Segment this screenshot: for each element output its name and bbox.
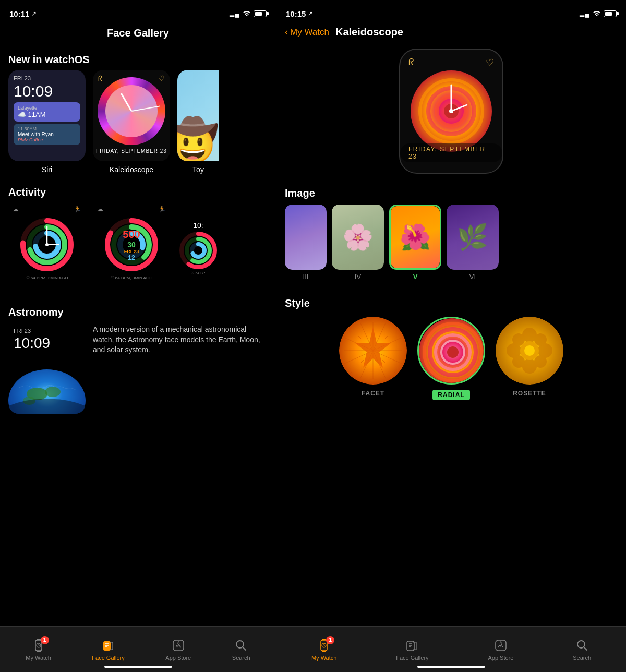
watch-preview: ᖇ ♡ [399,49,503,174]
svg-rect-26 [37,639,41,640]
activity2-face: ☁ 🏃 500 30 [93,202,170,294]
tab-app-store-label-right: App Store [488,655,513,661]
svg-point-73 [524,345,535,356]
style-row: FACET [276,317,626,400]
activity2-num30: 30 [127,241,136,249]
activity1-card[interactable]: ☁ 🏃 [8,202,86,294]
toy-face: 🤠 [177,70,219,161]
activity2-fri: FRI [124,249,132,254]
image-thumb-IV: 🌸 [332,205,384,270]
svg-point-62 [447,346,459,358]
kaleidoscope-watch-card[interactable]: ᖇ ♡ FRIDAY, SEPTEMBER 23 Kaleidoscope [93,70,170,174]
toy-watch-card[interactable]: 🤠 Toy [177,70,219,174]
siri-face: FRI 23 10:09 Lafayette ☁️ 11AM 11:30AM M… [8,70,86,161]
tab-face-gallery-label-left: Face Gallery [92,655,124,661]
style-option-radial[interactable]: RADIAL [417,317,485,400]
preview-date: FRIDAY, SEPTEMBER 23 [400,143,502,162]
tab-search-label-right: Search [573,655,591,661]
activity1-face: ☁ 🏃 [8,202,86,294]
tab-my-watch-badge-left: 1 [41,636,49,644]
image-section-title: Image [276,184,626,205]
tab-my-watch-left[interactable]: 1 My Watch [19,635,57,664]
style-circle-facet [339,317,407,385]
tab-app-store-right[interactable]: A App Store [481,635,520,664]
image-option-IV[interactable]: 🌸 IV [332,205,384,281]
siri-widget2: 11:30AM Meet with Ryan Philz Coffee [14,124,80,145]
siri-location: Lafayette [18,105,76,111]
siri-watch-card[interactable]: FRI 23 10:09 Lafayette ☁️ 11AM 11:30AM M… [8,70,86,174]
battery-icon [254,10,267,17]
siri-event-name: Meet with Ryan [18,131,76,137]
tab-my-watch-right[interactable]: 1 My Watch [305,635,343,664]
tab-face-gallery-right[interactable]: Face Gallery [390,635,435,664]
style-label-radial: RADIAL [432,390,469,400]
kaleo-hour-hand [121,93,133,112]
style-option-facet[interactable]: FACET [339,317,407,397]
activity3-rings-svg [177,230,219,271]
style-label-facet: FACET [362,390,384,397]
svg-rect-75 [322,639,326,640]
style-label-rosette: ROSETTE [513,390,546,397]
astronomy-header: Astronomy [0,299,276,322]
tab-my-watch-icon-left: 1 [31,638,46,653]
tab-face-gallery-label-right: Face Gallery [396,655,428,661]
kaleo-minute-hand [131,105,160,112]
kaleo-icon-tl: ᖇ [98,74,102,83]
astronomy-row: FRI 23 10:09 [0,322,276,414]
svg-rect-76 [322,651,326,652]
image-thumb-VI: 🌿 [447,205,499,270]
activity2-card[interactable]: ☁ 🏃 500 30 [93,202,170,294]
signal-icon: ▂▄ [230,10,240,17]
svg-point-23 [45,387,61,397]
tab-face-gallery-left[interactable]: Face Gallery [86,635,130,664]
tab-search-icon-right [575,638,589,653]
right-location-arrow: ↗ [308,10,313,17]
activity-header: Activity [0,179,276,202]
activity2-icon-tl: ☁ [97,206,103,213]
svg-line-38 [243,647,246,650]
activity3-content: 10: ♡ 64 BP [177,202,219,294]
kaleo-date: FRIDAY, SEPTEMBER 23 [96,148,167,154]
right-page-title: Kaleidoscope [335,26,403,38]
right-status-bar: 10:15 ↗ ▂▄ [276,0,626,23]
activity2-23: 23 [134,249,139,254]
preview-icon-tl: ᖇ [408,57,414,68]
tab-search-right[interactable]: Search [567,635,597,664]
siri-weather: ☁️ 11AM [18,111,76,118]
activity1-rings-svg [18,216,76,273]
left-status-time: 10:11 [9,9,29,18]
astro-description: A modern version of a mechanical astrono… [93,322,268,355]
toy-character: 🤠 [177,119,219,161]
activity3-face: 10: ♡ 64 BP [177,202,219,294]
left-location-arrow: ↗ [31,10,37,17]
preview-kaleidoscope [410,69,493,153]
siri-time: 10:09 [14,83,80,99]
tab-app-store-icon-left: A [171,638,186,653]
activity2-heartrate: ♡ 64 BPM, 3MIN AGO [111,275,153,280]
right-status-time: 10:15 [286,9,306,18]
astro-date: FRI 23 [14,328,80,334]
image-option-III[interactable]: III [285,205,327,281]
image-option-V[interactable]: 🌺 V [389,205,441,281]
style-option-rosette[interactable]: ROSETTE [496,317,563,397]
tab-app-store-left[interactable]: A App Store [159,635,197,664]
preview-heart-icon: ♡ [486,57,494,68]
image-label-IV: IV [355,273,361,281]
activity2-num12: 12 [128,254,135,261]
activity3-card[interactable]: 10: ♡ 64 BP [177,202,219,294]
tab-search-left[interactable]: Search [226,635,257,664]
kaleo-pattern [98,77,165,145]
activity1-icon-tr: 🏃 [74,206,81,213]
tab-app-store-label-left: App Store [165,655,191,661]
tab-face-gallery-icon-left [101,638,116,653]
left-tab-indicator [104,666,172,668]
image-option-VI[interactable]: 🌿 VI [447,205,499,281]
wifi-icon [243,9,251,18]
right-nav: ‹ My Watch Kaleidoscope [276,23,626,43]
back-button[interactable]: ‹ My Watch [285,27,329,38]
image-label-VI: VI [469,273,476,281]
toy-label: Toy [192,165,204,174]
right-wifi-icon [593,9,601,18]
astro-card[interactable]: FRI 23 10:09 [8,322,86,414]
right-panel: 10:15 ↗ ▂▄ ‹ My Watch Kaleidoscope ᖇ ♡ [276,0,626,672]
